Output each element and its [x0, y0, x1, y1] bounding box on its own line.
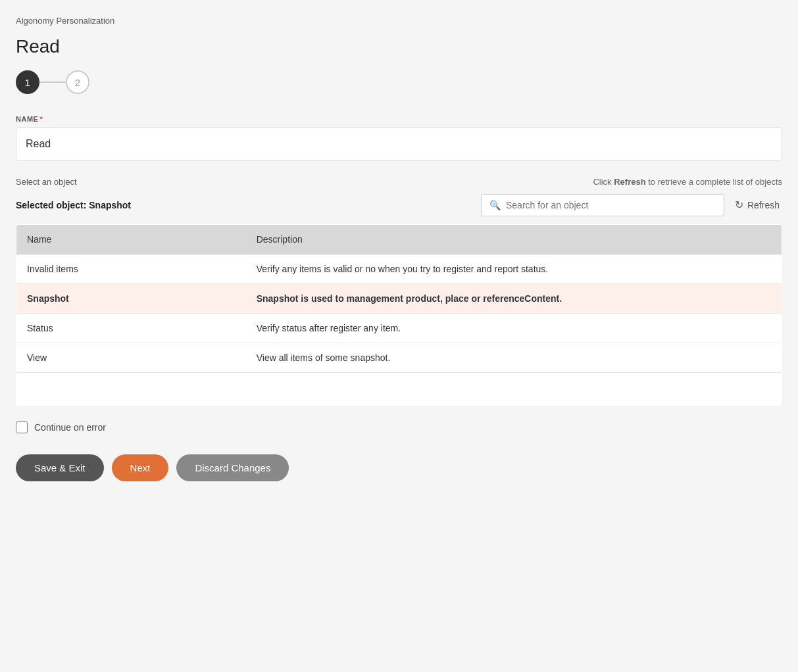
search-refresh-row: 🔍 ↻ Refresh	[481, 193, 782, 216]
steps-container: 1 2	[16, 70, 782, 94]
object-section-header: Select an object Click Refresh to retrie…	[16, 177, 782, 187]
table-row[interactable]: SnapshotSnapshot is used to management p…	[16, 284, 782, 314]
table-empty-row	[16, 373, 782, 406]
col-name-header: Name	[16, 225, 246, 254]
next-button[interactable]: Next	[112, 454, 169, 481]
table-cell-description: Verify any items is valid or no when you…	[246, 254, 782, 284]
refresh-hint: Click Refresh to retrieve a complete lis…	[593, 177, 782, 187]
breadcrumb: Algonomy Personalization	[16, 16, 782, 26]
name-input[interactable]	[16, 127, 782, 161]
selected-object-text: Selected object: Snapshot	[16, 200, 131, 210]
step-1[interactable]: 1	[16, 70, 39, 94]
col-desc-header: Description	[246, 225, 782, 254]
action-buttons: Save & Exit Next Discard Changes	[16, 454, 782, 481]
discard-changes-button[interactable]: Discard Changes	[176, 454, 289, 481]
breadcrumb-link[interactable]: Algonomy Personalization	[16, 16, 114, 26]
select-object-label: Select an object	[16, 177, 77, 187]
table-cell-description: Verify status after register any item.	[246, 314, 782, 343]
table-cell-name: Snapshot	[16, 284, 246, 314]
table-row[interactable]: ViewView all items of some snapshot.	[16, 343, 782, 373]
table-cell-name: Status	[16, 314, 246, 343]
continue-error-row: Continue on error	[16, 421, 782, 433]
objects-table: Name Description Invalid itemsVerify any…	[16, 224, 782, 406]
continue-on-error-checkbox[interactable]	[16, 421, 28, 433]
table-row[interactable]: StatusVerify status after register any i…	[16, 314, 782, 343]
object-controls: Selected object: Snapshot 🔍 ↻ Refresh	[16, 193, 782, 216]
table-cell-description: View all items of some snapshot.	[246, 343, 782, 373]
required-indicator: *	[39, 115, 43, 123]
search-input[interactable]	[506, 200, 716, 210]
search-box: 🔍	[481, 194, 724, 216]
refresh-button[interactable]: ↻ Refresh	[732, 193, 782, 216]
search-icon: 🔍	[489, 200, 501, 210]
save-exit-button[interactable]: Save & Exit	[16, 454, 104, 481]
table-cell-name: View	[16, 343, 246, 373]
page-title: Read	[16, 36, 782, 57]
refresh-icon: ↻	[735, 199, 743, 211]
table-cell-name: Invalid items	[16, 254, 246, 284]
step-line	[39, 82, 66, 83]
table-cell-description: Snapshot is used to management product, …	[246, 284, 782, 314]
name-label: NAME*	[16, 115, 782, 123]
object-section: Select an object Click Refresh to retrie…	[16, 177, 782, 406]
continue-on-error-label: Continue on error	[34, 422, 106, 433]
page-container: Algonomy Personalization Read 1 2 NAME* …	[0, 0, 798, 672]
table-row[interactable]: Invalid itemsVerify any items is valid o…	[16, 254, 782, 284]
table-header-row: Name Description	[16, 225, 782, 254]
step-2[interactable]: 2	[66, 70, 89, 94]
